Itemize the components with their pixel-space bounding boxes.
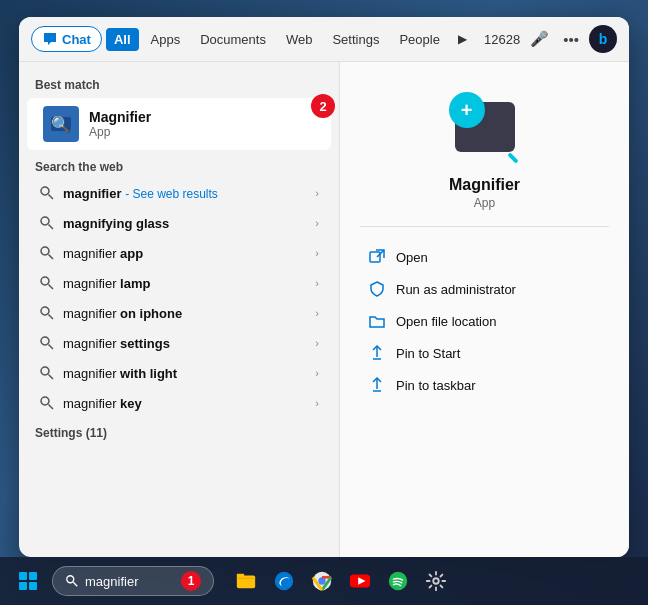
edge-icon[interactable] xyxy=(268,565,300,597)
taskbar-search-badge: 1 xyxy=(181,571,201,591)
svg-rect-25 xyxy=(237,574,244,578)
chat-label: Chat xyxy=(62,32,91,47)
search-icon-0 xyxy=(39,185,55,201)
svg-point-6 xyxy=(41,277,49,285)
nav-apps[interactable]: Apps xyxy=(143,28,189,51)
search-icon-7 xyxy=(39,395,55,411)
microphone-icon[interactable]: 🎤 xyxy=(526,28,553,50)
best-match-item[interactable]: 🔍 Magnifier App 2 xyxy=(27,98,331,150)
magnifier-plus-icon: + xyxy=(461,100,473,120)
magnifier-app-icon: 🔍 xyxy=(43,106,79,142)
chevron-right-3: › xyxy=(315,277,319,289)
action-file-location[interactable]: Open file location xyxy=(360,305,609,337)
folder-icon xyxy=(368,312,386,330)
pin-start-icon xyxy=(368,344,386,362)
chrome-icon[interactable] xyxy=(306,565,338,597)
svg-point-2 xyxy=(41,217,49,225)
chat-icon xyxy=(42,31,58,47)
chevron-right-2: › xyxy=(315,247,319,259)
svg-line-23 xyxy=(73,582,77,586)
nav-web[interactable]: Web xyxy=(278,28,321,51)
left-panel: Best match 🔍 Magnifier App 2 Search the … xyxy=(19,62,339,557)
search-icon-6 xyxy=(39,365,55,381)
taskbar-search-input[interactable] xyxy=(85,574,175,589)
svg-line-11 xyxy=(49,345,54,350)
svg-point-12 xyxy=(41,367,49,375)
action-run-admin[interactable]: Run as administrator xyxy=(360,273,609,305)
nav-documents[interactable]: Documents xyxy=(192,28,274,51)
suggestion-item-6[interactable]: magnifier with light › xyxy=(23,358,335,388)
preview-app-type: App xyxy=(474,196,495,210)
settings-icon[interactable] xyxy=(420,565,452,597)
action-pin-taskbar-label: Pin to taskbar xyxy=(396,378,476,393)
start-button[interactable] xyxy=(12,565,44,597)
all-button[interactable]: All xyxy=(106,28,139,51)
svg-point-10 xyxy=(41,337,49,345)
suggestion-item-1[interactable]: magnifying glass › xyxy=(23,208,335,238)
suggestion-item-5[interactable]: magnifier settings › xyxy=(23,328,335,358)
svg-point-8 xyxy=(41,307,49,315)
action-list: Open Run as administrator xyxy=(360,241,609,401)
suggestion-text-1: magnifying glass xyxy=(63,216,169,231)
suggestion-item-3[interactable]: magnifier lamp › xyxy=(23,268,335,298)
svg-point-0 xyxy=(41,187,49,195)
svg-point-14 xyxy=(41,397,49,405)
suggestion-text-0: magnifier - See web results xyxy=(63,186,218,201)
preview-app-name: Magnifier xyxy=(449,176,520,194)
app-info: Magnifier App xyxy=(89,109,315,139)
main-content: Best match 🔍 Magnifier App 2 Search the … xyxy=(19,62,629,557)
taskbar-search-bar[interactable]: 1 xyxy=(52,566,214,596)
suggestion-item-7[interactable]: magnifier key › xyxy=(23,388,335,418)
notification-badge: 2 xyxy=(311,94,335,118)
magnifier-glass: + xyxy=(449,92,485,128)
svg-point-26 xyxy=(275,572,293,590)
app-type-label: App xyxy=(89,125,315,139)
nav-people[interactable]: People xyxy=(391,28,447,51)
suggestion-text-6: magnifier with light xyxy=(63,366,177,381)
chat-button[interactable]: Chat xyxy=(31,26,102,52)
chevron-right-1: › xyxy=(315,217,319,229)
chevron-right-4: › xyxy=(315,307,319,319)
search-popup: Chat All Apps Documents Web Settings Peo… xyxy=(19,17,629,557)
file-explorer-icon[interactable] xyxy=(230,565,262,597)
windows-logo-icon xyxy=(19,572,37,590)
suggestion-item-2[interactable]: magnifier app › xyxy=(23,238,335,268)
search-icon-5 xyxy=(39,335,55,351)
svg-point-32 xyxy=(433,578,439,584)
best-match-label: Best match xyxy=(19,74,339,98)
suggestion-item-4[interactable]: magnifier on iphone › xyxy=(23,298,335,328)
action-open[interactable]: Open xyxy=(360,241,609,273)
suggestion-item-0[interactable]: magnifier - See web results › xyxy=(23,178,335,208)
pin-taskbar-icon xyxy=(368,376,386,394)
app-name-label: Magnifier xyxy=(89,109,315,125)
nav-settings[interactable]: Settings xyxy=(324,28,387,51)
nav-number: 12628 xyxy=(484,32,520,47)
svg-line-15 xyxy=(49,405,54,410)
svg-line-7 xyxy=(49,285,54,290)
more-options-icon[interactable]: ••• xyxy=(559,29,583,50)
suggestion-text-2: magnifier app xyxy=(63,246,143,261)
settings-count-label: Settings (11) xyxy=(19,418,339,444)
magnifier-handle xyxy=(507,152,518,163)
suggestion-text-5: magnifier settings xyxy=(63,336,170,351)
action-admin-label: Run as administrator xyxy=(396,282,516,297)
action-pin-start[interactable]: Pin to Start xyxy=(360,337,609,369)
taskbar-icons xyxy=(230,565,452,597)
shield-icon xyxy=(368,280,386,298)
open-icon xyxy=(368,248,386,266)
youtube-icon[interactable] xyxy=(344,565,376,597)
nav-more-chevron[interactable]: ▶ xyxy=(452,28,473,50)
search-icon-4 xyxy=(39,305,55,321)
nav-bar: Chat All Apps Documents Web Settings Peo… xyxy=(19,17,629,62)
svg-line-1 xyxy=(49,195,54,200)
svg-point-4 xyxy=(41,247,49,255)
action-pin-taskbar[interactable]: Pin to taskbar xyxy=(360,369,609,401)
bixby-button[interactable]: b xyxy=(589,25,617,53)
svg-line-9 xyxy=(49,315,54,320)
svg-rect-16 xyxy=(370,252,380,262)
divider xyxy=(360,226,609,227)
magnifier-icon-symbol: 🔍 xyxy=(51,115,71,134)
right-panel: + Magnifier App Open xyxy=(339,62,629,557)
spotify-icon[interactable] xyxy=(382,565,414,597)
nav-right: 12628 🎤 ••• b xyxy=(484,25,617,53)
